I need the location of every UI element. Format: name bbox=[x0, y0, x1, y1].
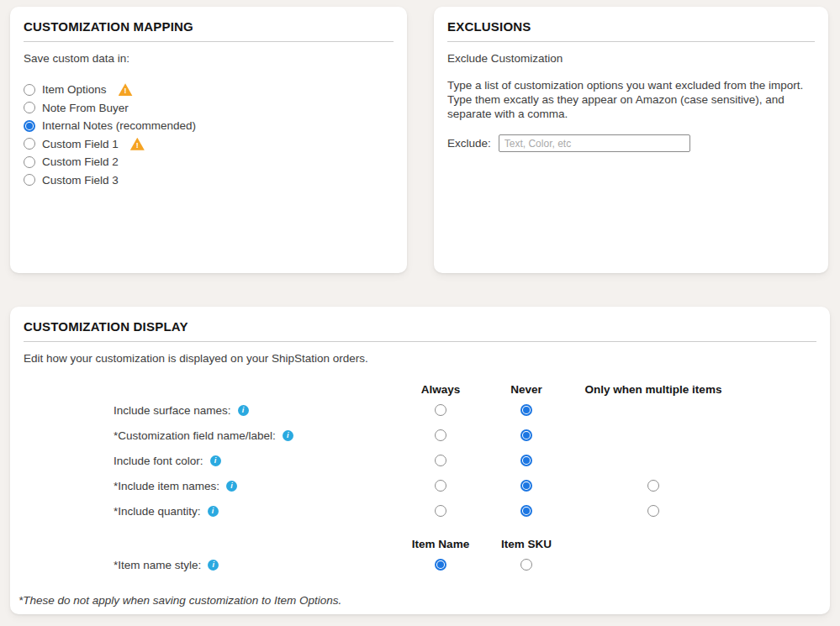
radio-button[interactable] bbox=[24, 120, 35, 132]
column-header-item-name: Item Name bbox=[398, 538, 483, 550]
display-option-row: *Customization field name/label: i bbox=[24, 423, 816, 448]
radio-always[interactable] bbox=[435, 404, 446, 416]
panel-title: EXCLUSIONS bbox=[447, 19, 815, 34]
display-option-row: Include font color: i bbox=[24, 448, 816, 473]
item-name-style-row: *Item name style: i bbox=[24, 552, 816, 577]
top-row: CUSTOMIZATION MAPPING Save custom data i… bbox=[10, 7, 830, 273]
grid-header-row: Always Never Only when multiple items bbox=[24, 381, 816, 397]
column-header-only-when-multiple: Only when multiple items bbox=[569, 383, 737, 396]
item-name-style-section: Item Name Item SKU *Item name style: i bbox=[24, 535, 816, 577]
mapping-subtitle: Save custom data in: bbox=[24, 51, 394, 66]
radio-never[interactable] bbox=[520, 455, 532, 466]
exclusions-description: Type a list of customization options you… bbox=[447, 78, 815, 121]
radio-item-sku[interactable] bbox=[520, 559, 532, 571]
display-option-row: Include surface names: i bbox=[24, 397, 816, 423]
mapping-option-label: Custom Field 3 bbox=[42, 174, 119, 187]
radio-button[interactable] bbox=[24, 174, 35, 186]
exclude-input[interactable] bbox=[499, 134, 690, 152]
exclude-row: Exclude: bbox=[447, 134, 815, 152]
radio-always[interactable] bbox=[435, 429, 446, 441]
info-icon[interactable]: i bbox=[210, 455, 221, 466]
mapping-option-label: Internal Notes (recommended) bbox=[42, 119, 196, 132]
info-icon[interactable]: i bbox=[226, 481, 237, 492]
warning-icon: ! bbox=[119, 83, 133, 96]
divider bbox=[24, 341, 816, 342]
mapping-option-row[interactable]: Item Options ! bbox=[24, 81, 394, 99]
panel-title: CUSTOMIZATION MAPPING bbox=[24, 19, 394, 34]
mapping-option-row[interactable]: Custom Field 2 ! bbox=[24, 153, 394, 171]
radio-only-when-multiple[interactable] bbox=[647, 480, 659, 492]
column-header-never: Never bbox=[483, 383, 569, 396]
display-row-label: *Include item names: bbox=[114, 480, 219, 492]
mapping-option-row[interactable]: Custom Field 3 ! bbox=[24, 171, 394, 190]
mapping-option-list: Item Options ! Note From Buyer ! Interna… bbox=[24, 81, 394, 189]
column-header-always: Always bbox=[398, 383, 483, 396]
mapping-option-label: Item Options bbox=[42, 83, 107, 96]
info-icon[interactable]: i bbox=[208, 560, 219, 571]
display-row-label: *Item name style: bbox=[114, 559, 201, 571]
radio-only-when-multiple[interactable] bbox=[647, 505, 659, 517]
mapping-option-row[interactable]: Note From Buyer ! bbox=[24, 99, 394, 118]
warning-icon: ! bbox=[130, 138, 145, 150]
divider bbox=[24, 41, 394, 42]
display-footnote: *These do not apply when saving customiz… bbox=[18, 594, 816, 607]
radio-always[interactable] bbox=[435, 455, 446, 466]
radio-never[interactable] bbox=[520, 505, 532, 517]
customization-mapping-panel: CUSTOMIZATION MAPPING Save custom data i… bbox=[10, 7, 407, 273]
radio-button[interactable] bbox=[24, 84, 35, 96]
panel-title: CUSTOMIZATION DISPLAY bbox=[24, 319, 816, 334]
exclusions-subtitle: Exclude Customization bbox=[447, 51, 815, 66]
radio-never[interactable] bbox=[520, 429, 532, 441]
display-row-label: Include surface names: bbox=[114, 404, 231, 417]
radio-button[interactable] bbox=[24, 156, 35, 168]
display-row-label: *Include quantity: bbox=[114, 505, 201, 518]
mapping-option-row[interactable]: Internal Notes (recommended) ! bbox=[24, 117, 394, 135]
customization-display-panel: CUSTOMIZATION DISPLAY Edit how your cust… bbox=[10, 307, 830, 614]
display-option-row: *Include quantity: i bbox=[24, 498, 816, 523]
info-icon[interactable]: i bbox=[283, 430, 293, 441]
mapping-option-label: Custom Field 2 bbox=[42, 155, 119, 168]
mapping-option-label: Note From Buyer bbox=[42, 102, 129, 114]
radio-item-name[interactable] bbox=[435, 559, 446, 571]
radio-never[interactable] bbox=[520, 480, 532, 492]
settings-page: CUSTOMIZATION MAPPING Save custom data i… bbox=[0, 0, 840, 621]
display-options-grid: Always Never Only when multiple items In… bbox=[24, 381, 816, 523]
radio-never[interactable] bbox=[520, 404, 532, 416]
info-icon[interactable]: i bbox=[238, 405, 249, 416]
radio-always[interactable] bbox=[435, 505, 446, 517]
column-header-item-sku: Item SKU bbox=[483, 538, 569, 550]
mapping-option-label: Custom Field 1 bbox=[42, 138, 119, 150]
radio-button[interactable] bbox=[24, 138, 35, 150]
display-row-label: Include font color: bbox=[114, 455, 203, 467]
divider bbox=[447, 41, 815, 42]
exclude-label: Exclude: bbox=[447, 136, 491, 150]
display-row-label: *Customization field name/label: bbox=[114, 429, 276, 442]
display-subtitle: Edit how your customization is displayed… bbox=[24, 351, 816, 366]
mapping-option-row[interactable]: Custom Field 1 ! bbox=[24, 135, 394, 154]
info-icon[interactable]: i bbox=[208, 506, 219, 517]
exclusions-panel: EXCLUSIONS Exclude Customization Type a … bbox=[434, 7, 828, 273]
radio-always[interactable] bbox=[435, 480, 446, 492]
display-rows: Include surface names: i *Customization … bbox=[24, 397, 816, 523]
style-header-row: Item Name Item SKU bbox=[24, 535, 816, 552]
radio-button[interactable] bbox=[24, 102, 35, 113]
display-option-row: *Include item names: i bbox=[24, 473, 816, 498]
